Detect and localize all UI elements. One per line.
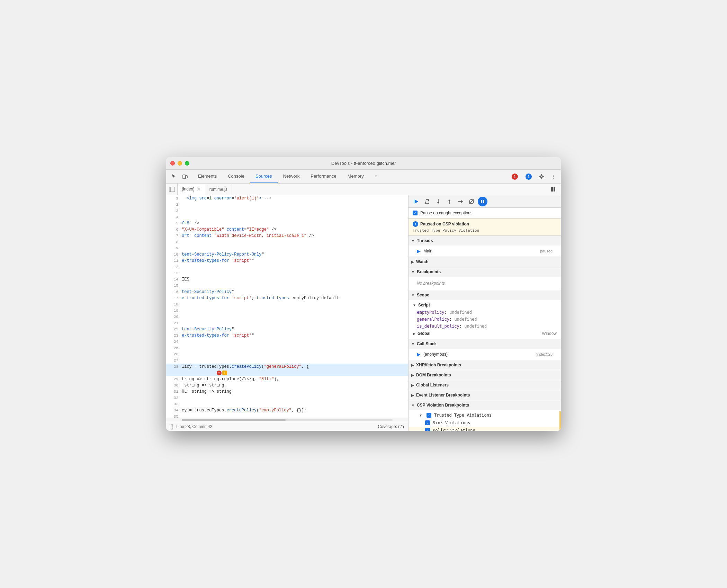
code-line-26: 26 bbox=[166, 351, 408, 357]
csp-violation-label: CSP Violation Breakpoints bbox=[417, 403, 469, 408]
callstack-anon-label: (anonymous) bbox=[423, 352, 448, 357]
file-tab-right bbox=[546, 184, 561, 195]
threads-header[interactable]: ▼ Threads bbox=[409, 236, 561, 246]
event-listener-label: Event Listener Breakpoints bbox=[416, 393, 470, 398]
sink-violations-row: ✓ Sink Violations bbox=[409, 419, 561, 427]
threads-content: ▶ Main paused bbox=[409, 246, 561, 257]
format-icon[interactable] bbox=[548, 185, 558, 194]
svg-point-2 bbox=[540, 176, 542, 178]
global-listeners-triangle: ▶ bbox=[411, 383, 414, 387]
code-line-17: 17 e-trusted-types-for 'script'; trusted… bbox=[166, 295, 408, 301]
policy-violations-checkbox[interactable]: ✓ bbox=[425, 428, 430, 431]
code-line-31: 31 RL: string => string bbox=[166, 389, 408, 395]
settings-icon[interactable] bbox=[537, 172, 546, 181]
filetab-index[interactable]: (index) ✕ bbox=[178, 184, 205, 195]
step-button[interactable] bbox=[456, 197, 465, 206]
debugger-toolbar bbox=[409, 195, 561, 208]
code-panel: 1 <img src=1 onerror='alert(1)'> --> 2 3… bbox=[166, 195, 409, 431]
csp-violation-content: ▼ ✓ Trusted Type Violations → ✓ Sink Vio… bbox=[409, 410, 561, 431]
error-badge[interactable]: 1 bbox=[509, 172, 521, 181]
pause-exceptions-checkbox[interactable]: ✓ bbox=[413, 211, 418, 215]
step-out-button[interactable] bbox=[445, 197, 454, 206]
format-icon-status[interactable]: {} bbox=[170, 424, 173, 429]
csp-violation-header[interactable]: ▼ CSP Violation Breakpoints bbox=[409, 400, 561, 410]
panel-toggle[interactable] bbox=[166, 184, 178, 195]
status-bar: {} Line 28, Column 42 Coverage: n/a bbox=[166, 422, 408, 431]
filetab-index-close[interactable]: ✕ bbox=[197, 187, 201, 191]
line-content-1: <img src=1 onerror='alert(1)'> --> bbox=[182, 195, 408, 202]
code-line-8: 8 bbox=[166, 239, 408, 245]
tabbar: Elements Console Sources Network Perform… bbox=[166, 170, 561, 184]
close-button[interactable] bbox=[170, 161, 175, 166]
breakpoints-content: No breakpoints bbox=[409, 277, 561, 290]
yellow-accent bbox=[559, 411, 561, 431]
horizontal-scrollbar[interactable] bbox=[166, 418, 408, 422]
event-listener-header[interactable]: ▶ Event Listener Breakpoints bbox=[409, 390, 561, 400]
svg-rect-6 bbox=[554, 187, 555, 191]
pause-button[interactable] bbox=[478, 197, 487, 206]
step-over-button[interactable] bbox=[422, 197, 432, 206]
breakpoints-empty: No breakpoints bbox=[409, 278, 561, 288]
scope-content: ▼ Script emptyPolicy: undefined generalP… bbox=[409, 300, 561, 339]
tab-memory[interactable]: Memory bbox=[342, 170, 369, 183]
thread-arrow-icon: ▶ bbox=[417, 248, 421, 254]
code-line-11: 11 e-trusted-types-for 'script'" bbox=[166, 258, 408, 264]
svg-rect-22 bbox=[483, 200, 484, 203]
tab-performance[interactable]: Performance bbox=[305, 170, 342, 183]
breakpoints-section: ▼ Breakpoints No breakpoints bbox=[409, 267, 561, 290]
main-content: 1 <img src=1 onerror='alert(1)'> --> 2 3… bbox=[166, 195, 561, 431]
xhr-breakpoints-header[interactable]: ▶ XHR/fetch Breakpoints bbox=[409, 360, 561, 370]
resume-button[interactable] bbox=[411, 197, 421, 206]
code-line-6: 6 "X-UA-Compatible" content="IE=edge" /> bbox=[166, 226, 408, 233]
more-icon[interactable]: ⋮ bbox=[548, 172, 558, 181]
code-line-35: 35 bbox=[166, 413, 408, 418]
tab-network[interactable]: Network bbox=[278, 170, 305, 183]
trusted-type-checkbox[interactable]: ✓ bbox=[427, 413, 431, 418]
scope-is-default: is_default_policy: undefined bbox=[409, 323, 561, 330]
scrollbar-thumb[interactable] bbox=[182, 419, 286, 421]
code-line-14: 14 IES bbox=[166, 276, 408, 283]
right-sections: ✓ Pause on caught exceptions i Paused on… bbox=[409, 208, 561, 431]
scope-script-header[interactable]: ▼ Script bbox=[409, 301, 561, 309]
deactivate-button[interactable] bbox=[467, 197, 476, 206]
tabbar-left-icons bbox=[169, 170, 192, 183]
code-line-2: 2 bbox=[166, 202, 408, 208]
callstack-section: ▼ Call Stack ▶ (anonymous) (index):28 bbox=[409, 339, 561, 360]
tab-sources[interactable]: Sources bbox=[250, 170, 278, 183]
code-line-9: 9 bbox=[166, 245, 408, 251]
csp-violation-triangle: ▼ bbox=[411, 403, 415, 407]
tab-elements[interactable]: Elements bbox=[192, 170, 222, 183]
xhr-breakpoints-section: ▶ XHR/fetch Breakpoints bbox=[409, 360, 561, 370]
breakpoints-header[interactable]: ▼ Breakpoints bbox=[409, 267, 561, 277]
breakpoints-label: Breakpoints bbox=[417, 269, 441, 274]
window-title: DevTools - tt-enforced.glitch.me/ bbox=[331, 161, 396, 166]
code-line-19: 19 bbox=[166, 308, 408, 314]
callstack-header[interactable]: ▼ Call Stack bbox=[409, 339, 561, 349]
step-into-button[interactable] bbox=[433, 197, 443, 206]
svg-marker-16 bbox=[448, 199, 451, 201]
watch-header[interactable]: ▶ Watch bbox=[409, 257, 561, 267]
maximize-button[interactable] bbox=[185, 161, 189, 166]
callstack-arrow-icon: ▶ bbox=[417, 351, 421, 357]
message-badge[interactable]: 1 bbox=[523, 172, 535, 181]
dom-breakpoints-header[interactable]: ▶ DOM Breakpoints bbox=[409, 370, 561, 380]
sink-violations-checkbox[interactable]: ✓ bbox=[425, 420, 430, 425]
scope-global-header[interactable]: ▶ Global Window bbox=[409, 330, 561, 337]
callstack-triangle: ▼ bbox=[411, 342, 415, 346]
scope-header[interactable]: ▼ Scope bbox=[409, 290, 561, 300]
tab-console[interactable]: Console bbox=[222, 170, 250, 183]
code-editor[interactable]: 1 <img src=1 onerror='alert(1)'> --> 2 3… bbox=[166, 195, 408, 418]
tabbar-right: 1 1 ⋮ bbox=[506, 170, 558, 183]
cursor-icon[interactable] bbox=[169, 172, 179, 181]
tab-more[interactable]: » bbox=[369, 170, 383, 183]
pause-on-exceptions: ✓ Pause on caught exceptions bbox=[409, 208, 561, 219]
sink-violations-label: Sink Violations bbox=[433, 420, 470, 425]
device-icon[interactable] bbox=[180, 172, 190, 181]
minimize-button[interactable] bbox=[178, 161, 182, 166]
code-lines: 1 <img src=1 onerror='alert(1)'> --> 2 3… bbox=[166, 195, 408, 418]
filetab-runtime[interactable]: runtime.js bbox=[205, 184, 232, 195]
code-line-22: 22 tent-Security-Policy" bbox=[166, 326, 408, 332]
code-line-3: 3 bbox=[166, 208, 408, 214]
titlebar: DevTools - tt-enforced.glitch.me/ bbox=[166, 157, 561, 170]
global-listeners-header[interactable]: ▶ Global Listeners bbox=[409, 380, 561, 390]
